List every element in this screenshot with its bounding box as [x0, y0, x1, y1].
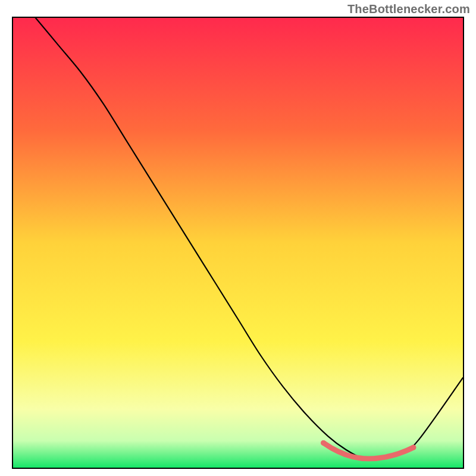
svg-point-1	[411, 445, 416, 450]
plot-area	[12, 17, 464, 469]
svg-point-0	[321, 440, 326, 446]
chart-svg	[13, 18, 463, 468]
bottleneck-chart: TheBottlenecker.com	[0, 0, 476, 476]
watermark-text: TheBottlenecker.com	[347, 2, 470, 16]
gradient-background	[13, 18, 463, 468]
